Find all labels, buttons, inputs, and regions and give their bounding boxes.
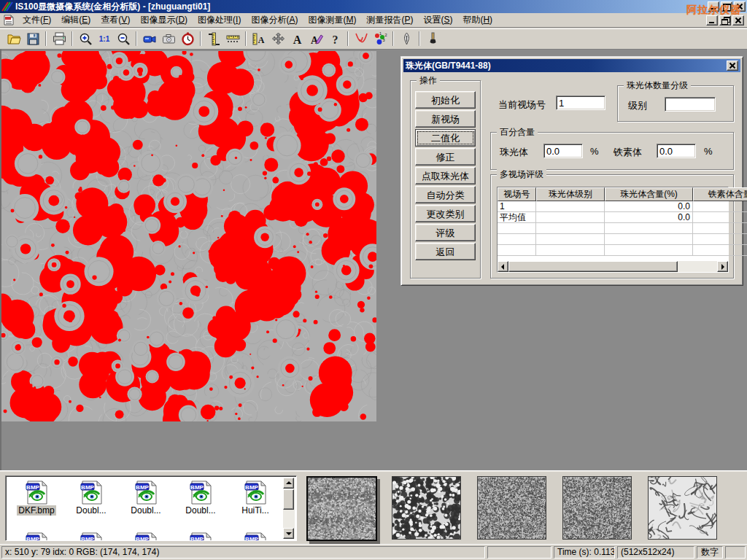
open-folder-button[interactable]	[4, 30, 23, 48]
file-item[interactable]: BMPDoubl...	[174, 480, 227, 516]
menu-item[interactable]: 图像显示(D)	[135, 13, 193, 26]
app-logo-icon	[1, 1, 13, 12]
table-row[interactable]: 10.0	[498, 201, 728, 212]
table-header-cell[interactable]: 珠光体含量(%)	[605, 187, 693, 201]
table-cell	[605, 245, 693, 256]
op-button[interactable]: 评级	[415, 224, 476, 241]
file-item[interactable]: BMP	[10, 532, 63, 541]
ferrite-label: 铁素体	[614, 146, 642, 159]
child-minimize-button[interactable]	[706, 15, 718, 26]
table-horizontal-scrollbar[interactable]	[498, 261, 728, 272]
current-field-input[interactable]	[556, 96, 605, 110]
scrollbar-thumb[interactable]	[508, 261, 678, 272]
toolbar-separator	[71, 31, 73, 46]
window-minimize-button[interactable]	[708, 1, 719, 12]
table-header-cell[interactable]: 视场号	[498, 187, 536, 201]
file-scroll-down-button[interactable]	[283, 528, 294, 539]
help-question-button[interactable]: ?	[325, 30, 344, 48]
file-item[interactable]: BMPHuiTi...	[229, 480, 282, 516]
thumbnail-4[interactable]	[562, 476, 632, 540]
scroll-right-button[interactable]	[717, 261, 728, 272]
table-header-cell[interactable]: 铁素体含量(%)	[693, 187, 747, 201]
file-item[interactable]: BMPDoubl...	[120, 480, 172, 516]
menu-item[interactable]: 帮助(H)	[457, 13, 498, 26]
op-button[interactable]: 初始化	[415, 91, 476, 109]
menu-item[interactable]: 图像测量(M)	[303, 13, 361, 26]
count-points-button[interactable]: 123	[371, 30, 390, 48]
printer-button[interactable]	[50, 30, 69, 48]
file-vertical-scrollbar[interactable]	[283, 478, 295, 539]
table-row[interactable]	[498, 223, 728, 234]
table-row[interactable]	[498, 245, 728, 256]
photo-camera-button[interactable]	[159, 30, 178, 48]
file-browser[interactable]: BMPDKF.bmpBMPDoubl...BMPDoubl...BMPDoubl…	[5, 475, 297, 541]
window-close-button[interactable]	[734, 1, 746, 12]
text-a-button[interactable]: A	[287, 30, 306, 48]
op-button[interactable]: 更改类别	[415, 205, 476, 222]
bmp-file-icon: BMP	[243, 480, 268, 505]
file-scroll-up-button[interactable]	[283, 478, 294, 489]
horizontal-ruler-button[interactable]	[223, 30, 242, 48]
thumbnail-2[interactable]	[392, 476, 461, 540]
menu-item[interactable]: 查看(V)	[96, 13, 135, 26]
op-button[interactable]: 返回	[415, 243, 476, 260]
bmp-file-icon: BMP	[79, 532, 104, 541]
thumbnail-3[interactable]	[477, 476, 546, 540]
table-header-row: 视场号珠光体级别珠光体含量(%)铁素体含量(%)	[498, 187, 728, 201]
child-restore-button[interactable]	[719, 15, 731, 26]
thumbnail-5[interactable]	[648, 476, 717, 540]
file-item[interactable]: BMP	[65, 532, 117, 541]
op-button[interactable]: 修正	[415, 148, 476, 166]
menu-item[interactable]: 设置(S)	[418, 13, 457, 26]
video-camera-button[interactable]	[140, 30, 159, 48]
file-item[interactable]: BMP	[120, 532, 172, 541]
file-item[interactable]: BMPDoubl...	[65, 480, 117, 516]
window-maximize-button[interactable]	[721, 1, 732, 12]
table-cell	[693, 201, 747, 212]
dialog-close-button[interactable]	[727, 61, 738, 71]
zoom-in-magnifier-button[interactable]	[76, 30, 95, 48]
op-button[interactable]: 自动分类	[415, 186, 476, 203]
table-row[interactable]: 平均值0.0	[498, 212, 728, 223]
op-button[interactable]: 点取珠光体	[415, 167, 476, 184]
op-button[interactable]: 新视场	[415, 110, 476, 128]
measure-text-caliper-button[interactable]: A	[249, 30, 268, 48]
menu-item[interactable]: 图像分析(A)	[246, 13, 303, 26]
child-close-button[interactable]	[732, 15, 744, 26]
file-scrollbar-thumb[interactable]	[283, 489, 294, 510]
pearlite-unit: %	[590, 146, 599, 157]
red-curve-tool-button[interactable]	[352, 30, 371, 48]
stopwatch-button[interactable]	[178, 30, 197, 48]
rating-table[interactable]: 视场号珠光体级别珠光体含量(%)铁素体含量(%) 10.0平均值0.0	[497, 187, 729, 273]
file-item[interactable]: BMPDKF.bmp	[10, 480, 63, 516]
table-header-cell[interactable]: 珠光体级别	[536, 187, 605, 201]
table-row[interactable]	[498, 234, 728, 245]
zoom-out-magnifier-button[interactable]	[114, 30, 133, 48]
dialog-title-bar[interactable]: 珠光体(GB/T9441-88)	[403, 59, 740, 72]
pen-nib-button[interactable]	[397, 30, 416, 48]
thumbnail-1[interactable]	[306, 476, 377, 541]
menu-item[interactable]: 编辑(E)	[56, 13, 96, 26]
ferrite-percent-input[interactable]	[657, 144, 696, 158]
pearlite-percent-input[interactable]	[543, 144, 583, 158]
count-points-icon: 123	[373, 31, 388, 47]
annotate-pencil-button[interactable]: A	[306, 30, 325, 48]
vertical-caliper-button[interactable]	[204, 30, 223, 48]
level-input[interactable]	[665, 97, 716, 112]
status-mode: 数字	[697, 546, 723, 559]
file-name: Doubl...	[184, 505, 217, 516]
move-cross-button[interactable]	[268, 30, 287, 48]
save-floppy-button[interactable]	[23, 30, 42, 48]
file-item[interactable]: BMP	[174, 532, 227, 541]
menu-item[interactable]: 测量报告(P)	[361, 13, 418, 26]
scroll-left-button[interactable]	[498, 261, 508, 272]
metallographic-image[interactable]	[1, 51, 376, 421]
menu-item[interactable]: 文件(F)	[18, 13, 56, 26]
paint-brush-button[interactable]	[423, 30, 442, 48]
bmp-file-icon: BMP	[24, 532, 49, 541]
file-item[interactable]: BMP	[229, 532, 282, 541]
op-button[interactable]: 二值化	[415, 129, 476, 147]
actual-size-1to1-button[interactable]: 1:1	[95, 30, 114, 48]
menu-item[interactable]: 图像处理(I)	[193, 13, 246, 26]
table-body: 10.0平均值0.0	[498, 201, 728, 256]
